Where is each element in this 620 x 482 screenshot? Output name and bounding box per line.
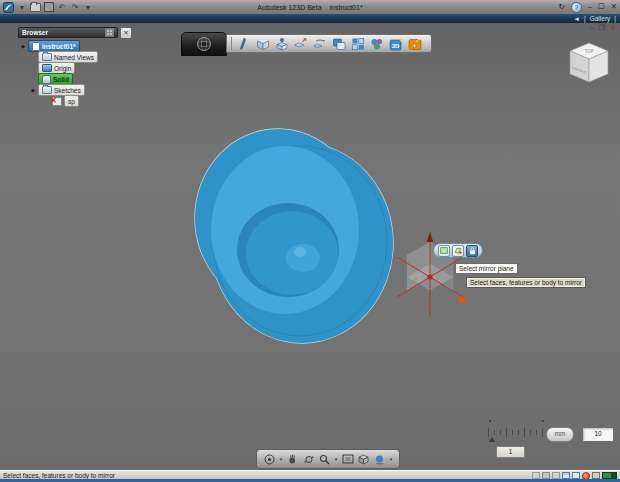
close-button[interactable]: ✕ xyxy=(611,2,617,12)
app-menu-caret-icon[interactable]: ▾ xyxy=(17,3,27,12)
tooltip-select-mirror-plane: Select mirror plane xyxy=(455,263,518,274)
doc-minimize-button[interactable]: – xyxy=(590,24,594,32)
face-select-icon xyxy=(440,247,448,254)
toolbar-separator xyxy=(231,37,232,50)
ruler-marker-icon xyxy=(489,420,491,422)
help-icon[interactable]: ? xyxy=(571,2,582,13)
expand-toggle-icon[interactable]: ◆ xyxy=(20,43,26,49)
zoom-button[interactable] xyxy=(318,453,332,466)
maximize-button[interactable]: ☐ xyxy=(598,2,605,12)
draw-tool-button[interactable] xyxy=(236,36,252,51)
doc-close-button[interactable]: ✕ xyxy=(610,24,616,32)
3d-badge-label: 3D xyxy=(391,42,399,48)
tree-label: Origin xyxy=(54,65,71,72)
press-pull-icon xyxy=(275,37,289,51)
status-snap-icon[interactable] xyxy=(542,472,550,479)
sketch-area-button[interactable] xyxy=(407,36,423,51)
navigation-toolbar: ▾ ▾ xyxy=(256,449,400,469)
grid-size-input[interactable]: 10 xyxy=(582,427,614,442)
redo-icon[interactable]: ↷ xyxy=(70,3,80,12)
export-3d-button[interactable]: 3D ★ xyxy=(388,36,404,51)
sync-icon[interactable]: ↻ xyxy=(559,2,565,12)
save-icon[interactable] xyxy=(44,2,54,12)
tooltip-selection-hint: Select faces, features or body to mirror xyxy=(466,277,586,288)
tree-item-sp[interactable]: sp xyxy=(64,95,79,107)
status-grid-icon[interactable] xyxy=(532,472,540,479)
tree-label: instruct01* xyxy=(42,43,76,50)
ruler-handle[interactable] xyxy=(489,437,495,442)
view-cube[interactable]: TOP FRONT RIGHT xyxy=(563,38,615,90)
gallery-bar: ◄ | Gallery | xyxy=(0,14,620,23)
pan-button[interactable] xyxy=(286,453,300,466)
status-bar: Select faces, features or body to mirror xyxy=(0,470,620,479)
folder-icon xyxy=(42,86,52,94)
steering-wheel-button[interactable] xyxy=(263,453,277,466)
orbit-button[interactable] xyxy=(302,453,316,466)
tree-row-document[interactable]: ◆ instruct01* xyxy=(20,41,80,51)
caret-icon[interactable]: ▾ xyxy=(334,456,339,462)
plane-select-icon xyxy=(454,247,462,254)
gallery-divider: | xyxy=(614,14,616,23)
pan-hand-icon xyxy=(287,454,298,465)
main-menu-tab[interactable] xyxy=(181,32,227,56)
title-bar: ▾ ↶ ↷ ▾ Autodesk 123D Beta instruct01* ↻… xyxy=(0,0,620,15)
panel-pin-icon[interactable] xyxy=(105,28,114,37)
shaded-sphere-icon xyxy=(374,454,385,465)
axis-arrow-down-right-icon[interactable] xyxy=(457,294,468,304)
revolve-icon xyxy=(313,37,327,51)
material-icon xyxy=(370,37,384,51)
magnifier-icon xyxy=(319,454,330,465)
axis-arrow-up-icon[interactable] xyxy=(427,232,433,242)
window-title: Autodesk 123D Beta instruct01* xyxy=(0,0,620,14)
select-plane-button[interactable] xyxy=(452,245,464,257)
lock-selection-button[interactable] xyxy=(466,245,478,257)
display-style-button[interactable] xyxy=(373,453,387,466)
minimize-button[interactable]: – xyxy=(588,2,592,12)
origin-point[interactable] xyxy=(427,274,432,279)
scale-value[interactable]: 1 xyxy=(496,446,525,458)
viewcube-top-label[interactable]: TOP xyxy=(584,49,593,54)
move-tool-button[interactable] xyxy=(293,36,309,51)
star-icon: ★ xyxy=(398,37,403,43)
material-tool-button[interactable] xyxy=(369,36,385,51)
expand-toggle-icon[interactable]: ◆ xyxy=(30,87,36,93)
toolbar-options-caret-icon[interactable]: ▾ xyxy=(83,3,93,12)
gallery-back-icon[interactable]: ◄ xyxy=(574,14,580,23)
app-logo-icon[interactable] xyxy=(3,2,14,13)
tree-row-sketch-sp[interactable]: ✕ sp xyxy=(52,96,79,106)
tree-label: Solid xyxy=(53,76,69,83)
view-orientation-button[interactable] xyxy=(357,453,371,466)
caret-icon[interactable]: ▾ xyxy=(389,456,394,462)
press-pull-tool-button[interactable] xyxy=(274,36,290,51)
status-display-icon[interactable] xyxy=(572,472,580,479)
tree-row-origin[interactable]: Origin xyxy=(38,63,75,73)
browser-close-button[interactable]: ✕ xyxy=(120,27,132,39)
tree-row-named-views[interactable]: Named Views xyxy=(38,52,98,62)
doc-restore-button[interactable]: ❐ xyxy=(599,24,605,32)
ruler-marker-icon xyxy=(542,420,544,422)
fit-view-button[interactable] xyxy=(341,453,355,466)
status-ortho-icon[interactable] xyxy=(552,472,560,479)
model-solid[interactable] xyxy=(195,129,393,343)
status-screen-icon[interactable] xyxy=(592,472,600,479)
tree-row-solid[interactable]: Solid xyxy=(38,74,73,84)
document-icon xyxy=(32,42,40,51)
browser-panel-header[interactable]: Browser xyxy=(18,27,118,38)
open-icon[interactable] xyxy=(30,3,41,12)
select-face-button[interactable] xyxy=(438,245,450,257)
tree-label: Sketches xyxy=(54,87,81,94)
units-badge[interactable]: mm xyxy=(546,427,574,442)
snap-point[interactable] xyxy=(414,277,418,281)
origin-icon xyxy=(42,64,52,72)
revolve-tool-button[interactable] xyxy=(312,36,328,51)
gallery-divider: | xyxy=(584,14,586,23)
status-layout-icon[interactable] xyxy=(562,472,570,479)
caret-icon[interactable]: ▾ xyxy=(279,456,284,462)
move-icon xyxy=(294,37,308,51)
primitives-tool-button[interactable] xyxy=(255,36,271,51)
combine-tool-button[interactable] xyxy=(331,36,347,51)
tree-row-sketches[interactable]: ◆ Sketches xyxy=(30,85,85,95)
undo-icon[interactable]: ↶ xyxy=(57,3,67,12)
gallery-button[interactable]: Gallery xyxy=(590,14,611,23)
pattern-tool-button[interactable] xyxy=(350,36,366,51)
